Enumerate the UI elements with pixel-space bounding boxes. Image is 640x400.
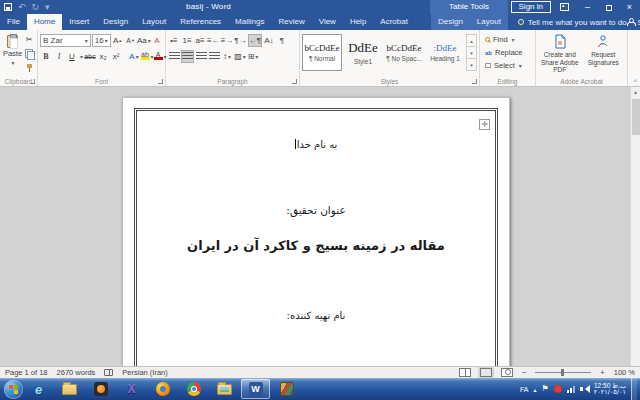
page-indicator[interactable]: Page 1 of 18 bbox=[5, 368, 48, 377]
zoom-level[interactable]: 100 % bbox=[614, 368, 635, 377]
select-button[interactable]: Select ▾ bbox=[485, 59, 533, 72]
italic-button[interactable]: I bbox=[53, 50, 65, 63]
action-center-flag-icon[interactable]: ⚑ bbox=[542, 385, 549, 393]
scrollbar-thumb[interactable] bbox=[632, 99, 640, 135]
ribbon-display-options-icon[interactable] bbox=[560, 3, 569, 11]
align-right-button[interactable] bbox=[195, 50, 207, 63]
taskbar-internet-explorer[interactable]: e bbox=[24, 379, 53, 399]
vertical-scrollbar[interactable]: ▴ bbox=[630, 87, 640, 366]
print-layout-button[interactable] bbox=[480, 368, 492, 377]
styles-dialog-launcher[interactable] bbox=[472, 79, 477, 84]
document-page[interactable]: ✛ به نام خدا عنوان تحقیق: مقاله در زمینه… bbox=[122, 97, 510, 366]
styles-gallery-more-button[interactable]: ▾ bbox=[467, 59, 476, 70]
sign-in-button[interactable]: Sign in bbox=[511, 1, 551, 13]
bismillah-line[interactable]: به نام خدا bbox=[123, 139, 509, 150]
taskbar-purple-app[interactable]: X bbox=[117, 379, 146, 399]
borders-button[interactable]: ⊞▾ bbox=[247, 50, 259, 63]
undo-icon[interactable]: ↶ bbox=[18, 0, 26, 14]
collapse-ribbon-icon[interactable]: ^ bbox=[634, 78, 637, 85]
bold-button[interactable]: B bbox=[40, 50, 52, 63]
minimize-button[interactable]: – bbox=[577, 0, 598, 14]
font-name-combo[interactable]: B Zar ▾ bbox=[40, 34, 91, 47]
taskbar-firefox[interactable] bbox=[148, 379, 177, 399]
cut-icon[interactable]: ✂ bbox=[23, 33, 35, 46]
clipboard-dialog-launcher[interactable] bbox=[30, 79, 35, 84]
tab-table-layout[interactable]: Layout bbox=[470, 14, 508, 30]
tab-home[interactable]: Home bbox=[27, 14, 62, 30]
change-case-button[interactable]: Aa▾ bbox=[138, 34, 150, 47]
increase-indent-button[interactable]: ≡→ bbox=[221, 34, 234, 47]
style-style1[interactable]: DdEe Style1 bbox=[343, 34, 383, 71]
tab-mailings[interactable]: Mailings bbox=[228, 14, 271, 30]
taskbar-file-explorer[interactable] bbox=[55, 379, 84, 399]
paragraph-dialog-launcher[interactable] bbox=[292, 79, 297, 84]
tab-file[interactable]: File bbox=[0, 14, 27, 30]
language-bar[interactable]: FA bbox=[520, 386, 529, 393]
create-share-pdf-button[interactable]: Create and Share Adobe PDF bbox=[538, 34, 582, 74]
prepared-by-label[interactable]: نام تهیه کننده: bbox=[123, 310, 509, 321]
shading-button[interactable]: ▨▾ bbox=[234, 50, 246, 63]
font-size-combo[interactable]: 16 ▾ bbox=[92, 34, 111, 47]
highlight-button[interactable]: ab▾ bbox=[141, 50, 153, 63]
left-to-right-button[interactable]: ¶→ bbox=[234, 34, 246, 47]
close-button[interactable]: × bbox=[619, 0, 640, 14]
tray-clock[interactable]: 12:50 ب.ظ ۲۰۲۱/۰۵/۰۱ bbox=[594, 382, 626, 397]
copy-icon[interactable] bbox=[23, 47, 35, 60]
tab-design[interactable]: Design bbox=[96, 14, 135, 30]
word-count[interactable]: 2670 words bbox=[57, 368, 96, 377]
justify-button[interactable] bbox=[208, 50, 220, 63]
style-heading1[interactable]: :DdEe Heading 1 bbox=[425, 34, 465, 71]
underline-button[interactable]: U bbox=[66, 50, 78, 63]
tab-layout[interactable]: Layout bbox=[135, 14, 173, 30]
zoom-slider[interactable] bbox=[535, 372, 591, 373]
tab-insert[interactable]: Insert bbox=[62, 14, 96, 30]
font-dialog-launcher[interactable] bbox=[158, 79, 163, 84]
strikethrough-button[interactable]: abc bbox=[84, 50, 96, 63]
styles-scroll-up-button[interactable]: ▴ bbox=[467, 35, 476, 47]
read-mode-button[interactable] bbox=[459, 368, 471, 377]
antivirus-tray-icon[interactable] bbox=[554, 385, 562, 393]
document-main-title[interactable]: مقاله در زمینه بسیج و کاکرد آن در ایران bbox=[123, 238, 509, 253]
tab-acrobat[interactable]: Acrobat bbox=[373, 14, 415, 30]
font-color-button[interactable]: A▾ bbox=[154, 50, 166, 63]
format-painter-icon[interactable] bbox=[23, 61, 35, 74]
start-button[interactable] bbox=[4, 380, 23, 399]
clear-formatting-button[interactable]: A bbox=[151, 34, 163, 47]
network-icon[interactable] bbox=[567, 386, 575, 393]
show-paragraph-marks-button[interactable]: ¶ bbox=[276, 34, 288, 47]
grow-font-button[interactable]: A▲ bbox=[112, 34, 124, 47]
subscript-button[interactable]: x₂ bbox=[97, 50, 109, 63]
align-center-button[interactable] bbox=[181, 50, 194, 63]
tab-help[interactable]: Help bbox=[343, 14, 373, 30]
paste-button[interactable]: Paste ▾ bbox=[2, 33, 23, 74]
superscript-button[interactable]: x² bbox=[110, 50, 122, 63]
replace-button[interactable]: ab Replace bbox=[485, 46, 533, 59]
language-indicator[interactable]: Persian (Iran) bbox=[122, 368, 167, 377]
sort-button[interactable]: A↓ bbox=[263, 34, 275, 47]
right-to-left-button[interactable]: ←¶ bbox=[248, 34, 262, 47]
customize-qat-icon[interactable]: ▾ bbox=[45, 0, 50, 14]
taskbar-media-player[interactable] bbox=[86, 379, 115, 399]
styles-scroll-down-button[interactable]: ▾ bbox=[467, 47, 476, 59]
show-desktop-button[interactable] bbox=[631, 378, 637, 400]
multilevel-list-button[interactable]: a≡ bbox=[194, 34, 206, 47]
proofing-status-icon[interactable] bbox=[104, 369, 113, 376]
tab-view[interactable]: View bbox=[312, 14, 343, 30]
taskbar-chrome[interactable] bbox=[179, 379, 208, 399]
share-button[interactable]: Share bbox=[627, 14, 640, 30]
underline-dropdown-icon[interactable]: ▾ bbox=[80, 53, 83, 60]
zoom-out-button[interactable]: − bbox=[522, 368, 526, 377]
decrease-indent-button[interactable]: ≡← bbox=[207, 34, 220, 47]
bullets-button[interactable]: •≡ bbox=[168, 34, 180, 47]
style-no-spacing[interactable]: bCcDdEe ¶ No Spac... bbox=[384, 34, 424, 71]
tell-me-box[interactable]: Tell me what you want to do bbox=[518, 14, 627, 30]
numbering-button[interactable]: 1≡ bbox=[181, 34, 193, 47]
save-icon[interactable] bbox=[4, 3, 12, 11]
text-effects-button[interactable]: A▾ bbox=[128, 50, 140, 63]
research-title-label[interactable]: عنوان تحقیق: bbox=[123, 204, 509, 216]
align-left-button[interactable] bbox=[168, 50, 180, 63]
scroll-up-arrow-icon[interactable]: ▴ bbox=[631, 87, 640, 98]
tab-table-design[interactable]: Design bbox=[431, 14, 470, 30]
zoom-in-button[interactable]: + bbox=[600, 368, 604, 377]
web-layout-button[interactable] bbox=[501, 368, 513, 377]
